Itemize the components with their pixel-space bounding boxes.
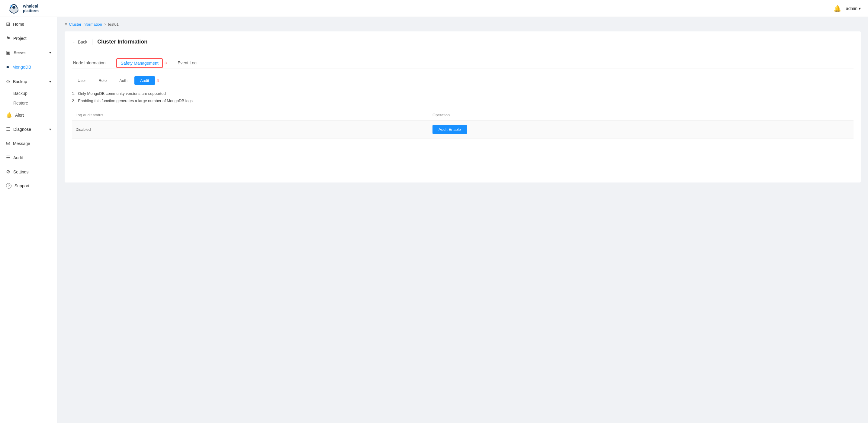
sidebar-item-message[interactable]: ✉ Message <box>0 136 57 150</box>
username-label: admin <box>846 6 858 11</box>
support-icon: ? <box>6 183 11 188</box>
note-item-1: 1、Only MongoDB community versions are su… <box>72 91 854 96</box>
audit-status-cell: Disabled <box>72 121 429 139</box>
sub-tab-user[interactable]: User <box>72 76 92 85</box>
settings-icon: ⚙ <box>6 169 10 175</box>
sidebar-backup-sublabel: Backup <box>13 91 28 96</box>
table-row: Disabled Audit Enable <box>72 121 854 139</box>
sidebar: ⊞ Home ⚑ Project ▣ Server ▾ ● MongoDB ⊙ … <box>0 17 57 423</box>
svg-point-2 <box>10 5 12 7</box>
home-icon: ⊞ <box>6 21 10 27</box>
diagnose-icon: ☰ <box>6 126 10 132</box>
server-icon: ▣ <box>6 50 10 55</box>
sidebar-item-support[interactable]: ? Support <box>0 179 57 193</box>
col-log-status: Log audit status <box>72 110 429 121</box>
sidebar-item-mongodb[interactable]: ● MongoDB <box>0 60 57 74</box>
safety-badge: 3 <box>164 61 167 65</box>
audit-operation-cell: Audit Enable <box>429 121 854 139</box>
sidebar-project-label: Project <box>13 36 27 41</box>
sidebar-message-label: Message <box>13 141 30 146</box>
breadcrumb-icon: ≡ <box>65 22 67 27</box>
sidebar-audit-label: Audit <box>13 155 23 160</box>
sidebar-mongodb-label: MongoDB <box>12 65 31 69</box>
note-item-2: 2、Enabling this function generates a lar… <box>72 98 854 103</box>
bell-icon[interactable]: 🔔 <box>834 5 841 12</box>
sidebar-item-settings[interactable]: ⚙ Settings <box>0 165 57 179</box>
logo-icon <box>7 2 21 15</box>
logo-text: whaleal platform <box>23 4 39 13</box>
sidebar-item-audit[interactable]: ☰ Audit <box>0 150 57 165</box>
back-arrow: ← <box>72 39 76 44</box>
sidebar-item-home[interactable]: ⊞ Home <box>0 17 57 31</box>
sidebar-item-backup-sub[interactable]: Backup <box>0 89 57 98</box>
sidebar-restore-sublabel: Restore <box>13 101 28 105</box>
sidebar-item-backup[interactable]: ⊙ Backup ▾ <box>0 74 57 89</box>
user-chevron: ▾ <box>859 6 861 11</box>
audit-table: Log audit status Operation Disabled Audi… <box>72 110 854 139</box>
header-right: 🔔 admin ▾ <box>834 5 861 12</box>
project-icon: ⚑ <box>6 35 10 41</box>
svg-point-1 <box>12 6 16 9</box>
logo-area: whaleal platform <box>7 2 39 15</box>
main-tabs-row: Node Information Safety Management 3 Eve… <box>72 57 854 69</box>
sidebar-diagnose-label: Diagnose <box>13 127 31 132</box>
sidebar-alert-label: Alert <box>15 113 24 118</box>
sidebar-settings-label: Settings <box>13 170 29 174</box>
sub-tab-audit[interactable]: Audit <box>134 76 155 85</box>
backup-chevron: ▾ <box>49 80 51 84</box>
main-card: ← Back Cluster Information Node Informat… <box>65 31 861 182</box>
tab-event-log[interactable]: Event Log <box>176 57 198 69</box>
message-icon: ✉ <box>6 141 10 146</box>
sidebar-home-label: Home <box>13 22 24 27</box>
tab-node-information[interactable]: Node Information <box>72 57 106 69</box>
server-chevron: ▾ <box>49 51 51 55</box>
sidebar-item-alert[interactable]: 🔔 Alert <box>0 108 57 122</box>
tab-safety-management[interactable]: Safety Management <box>116 58 162 68</box>
col-operation: Operation <box>429 110 854 121</box>
back-label: Back <box>78 39 87 44</box>
mongodb-icon: ● <box>6 64 9 70</box>
alert-icon: 🔔 <box>6 112 12 118</box>
audit-enable-button[interactable]: Audit Enable <box>433 125 467 134</box>
breadcrumb-cluster[interactable]: Cluster Information <box>69 22 102 27</box>
main-layout: ⊞ Home ⚑ Project ▣ Server ▾ ● MongoDB ⊙ … <box>0 17 868 423</box>
sub-tab-role[interactable]: Role <box>93 76 112 85</box>
top-header: whaleal platform 🔔 admin ▾ <box>0 0 868 17</box>
backup-icon: ⊙ <box>6 79 10 84</box>
breadcrumb-current: test01 <box>108 22 119 27</box>
sidebar-item-project[interactable]: ⚑ Project <box>0 31 57 45</box>
sidebar-backup-label: Backup <box>13 79 27 84</box>
tab-safety-management-wrapper: Safety Management 3 <box>116 58 167 68</box>
breadcrumb-sep: > <box>104 22 106 27</box>
back-button[interactable]: ← Back <box>72 39 87 44</box>
sidebar-item-server[interactable]: ▣ Server ▾ <box>0 45 57 60</box>
sidebar-server-label: Server <box>13 50 26 55</box>
content-area: ≡ Cluster Information > test01 ← Back Cl… <box>57 17 868 423</box>
sub-badge: 4 <box>157 78 159 83</box>
card-title: Cluster Information <box>92 39 147 45</box>
user-menu[interactable]: admin ▾ <box>846 6 861 11</box>
card-header: ← Back Cluster Information <box>72 39 854 50</box>
sub-tab-auth[interactable]: Auth <box>114 76 133 85</box>
audit-icon: ☰ <box>6 155 10 160</box>
notes-section: 1、Only MongoDB community versions are su… <box>72 91 854 103</box>
sidebar-item-restore-sub[interactable]: Restore <box>0 98 57 108</box>
sidebar-item-diagnose[interactable]: ☰ Diagnose ▾ <box>0 122 57 136</box>
diagnose-chevron: ▾ <box>49 127 51 131</box>
sidebar-support-label: Support <box>14 183 29 188</box>
breadcrumb: ≡ Cluster Information > test01 <box>65 22 861 27</box>
sub-tabs-row: User Role Auth Audit 4 <box>72 76 854 85</box>
